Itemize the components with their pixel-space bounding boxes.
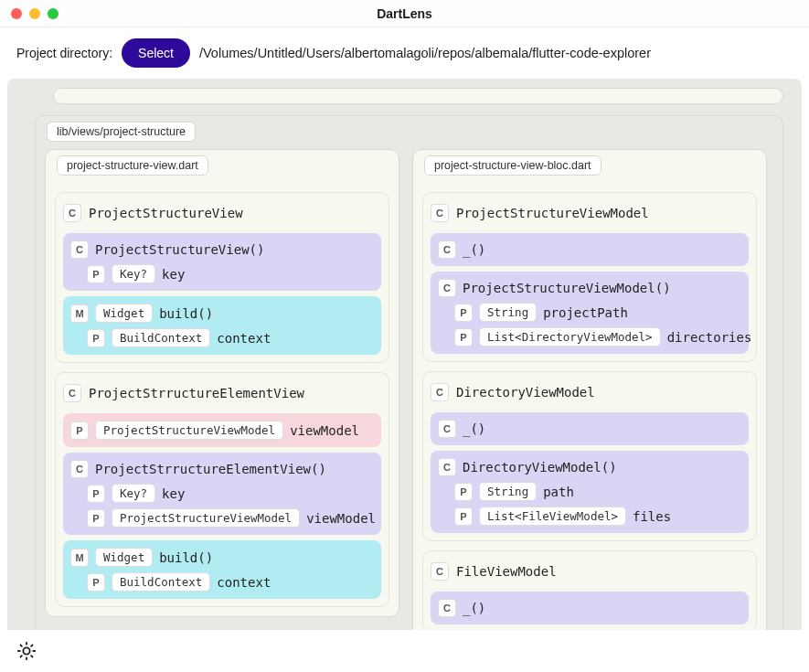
class-badge: C <box>431 204 449 222</box>
param-name: context <box>217 331 271 346</box>
member-signature: build() <box>159 306 213 321</box>
param-badge: P <box>87 485 105 503</box>
class-card[interactable]: CProjectStructureViewModelC_()CProjectSt… <box>422 192 757 362</box>
project-directory-label: Project directory: <box>16 46 112 60</box>
member-header: MWidgetbuild() <box>70 304 374 323</box>
member-header: CProjectStructureViewModel() <box>438 279 741 297</box>
param-badge: P <box>87 329 105 347</box>
param-row: PStringpath <box>438 482 741 501</box>
file-card: project-structure-view-bloc.dartCProject… <box>412 149 767 641</box>
kind-badge: C <box>70 240 89 259</box>
param-row: PList<DirectoryViewModel>directories <box>438 327 741 347</box>
close-window-button[interactable] <box>11 8 22 19</box>
param-row: PStringprojectPath <box>438 303 741 322</box>
param-name: files <box>633 509 671 524</box>
kind-badge: C <box>438 420 456 438</box>
member-signature: ProjectStrructureElementView() <box>95 462 326 476</box>
class-name: ProjectStructureViewModel <box>456 206 649 220</box>
previous-card-edge <box>53 88 783 104</box>
class-header: CDirectoryViewModel <box>431 379 749 407</box>
class-badge: C <box>63 204 81 222</box>
kind-badge: C <box>70 460 89 478</box>
param-type: ProjectStructureViewModel <box>112 508 300 528</box>
class-name: DirectoryViewModel <box>456 385 595 400</box>
kind-badge: M <box>70 304 89 323</box>
member-signature: _() <box>463 242 485 257</box>
member-constructor[interactable]: C_() <box>431 592 749 624</box>
project-path: /Volumes/Untitled/Users/albertomalagoli/… <box>199 46 651 60</box>
param-badge: P <box>87 573 105 592</box>
class-badge: C <box>63 384 81 402</box>
sun-icon <box>16 641 37 661</box>
member-header: C_() <box>438 240 741 259</box>
select-directory-button[interactable]: Select <box>122 38 190 68</box>
class-badge: C <box>431 383 449 401</box>
param-name: path <box>543 485 574 499</box>
return-type: Widget <box>95 548 153 567</box>
param-type: List<FileViewModel> <box>479 507 626 526</box>
param-row: PBuildContextcontext <box>70 328 374 347</box>
minimize-window-button[interactable] <box>29 8 40 19</box>
member-header: CProjectStrructureElementView() <box>70 460 374 478</box>
param-name: viewModel <box>306 511 376 526</box>
member-header: C_() <box>438 420 741 438</box>
param-badge: P <box>87 509 105 528</box>
member-signature: ProjectStructureViewModel() <box>463 281 671 295</box>
class-card[interactable]: CFileViewModelC_() <box>422 550 757 633</box>
member-constructor[interactable]: CProjectStructureViewModel()PStringproje… <box>431 272 749 354</box>
file-name-tab[interactable]: project-structure-view.dart <box>57 155 208 176</box>
member-header: MWidgetbuild() <box>70 548 374 567</box>
member-method[interactable]: MWidgetbuild()PBuildContextcontext <box>63 540 381 599</box>
param-badge: P <box>454 483 473 501</box>
member-constructor[interactable]: C_() <box>431 233 749 266</box>
class-card[interactable]: CProjectStructureViewCProjectStructureVi… <box>55 192 389 363</box>
kind-badge: P <box>70 421 89 440</box>
member-constructor[interactable]: CProjectStructureView()PKey?key <box>63 233 381 291</box>
kind-badge: C <box>438 279 456 297</box>
param-badge: P <box>454 507 473 526</box>
param-type: String <box>479 303 537 322</box>
maximize-window-button[interactable] <box>48 8 59 19</box>
param-name: directories <box>667 330 752 345</box>
class-card[interactable]: CDirectoryViewModelC_()CDirectoryViewMod… <box>422 371 757 541</box>
member-constructor[interactable]: CProjectStrructureElementView()PKey?keyP… <box>63 453 381 535</box>
member-constructor[interactable]: C_() <box>431 412 749 445</box>
member-property[interactable]: PProjectStructureViewModelviewModel <box>63 413 381 447</box>
param-row: PList<FileViewModel>files <box>438 507 741 526</box>
param-type: Key? <box>112 264 155 283</box>
svg-line-7 <box>21 656 22 656</box>
member-signature: _() <box>463 421 485 436</box>
app-title: DartLens <box>377 6 432 21</box>
kind-badge: M <box>70 549 89 567</box>
member-header: PProjectStructureViewModelviewModel <box>70 421 374 440</box>
theme-toggle-button[interactable] <box>15 639 38 663</box>
param-row: PKey?key <box>70 264 374 283</box>
member-method[interactable]: MWidgetbuild()PBuildContextcontext <box>63 296 381 355</box>
header-bar: Project directory: Select /Volumes/Untit… <box>0 27 809 79</box>
param-type: BuildContext <box>112 572 210 592</box>
class-header: CFileViewModel <box>431 559 749 586</box>
param-name: key <box>162 486 185 501</box>
class-name: ProjectStrructureElementView <box>89 386 304 400</box>
member-header: CDirectoryViewModel() <box>438 458 741 476</box>
class-card[interactable]: CProjectStrructureElementViewPProjectStr… <box>55 372 389 607</box>
member-header: CProjectStructureView() <box>70 240 374 259</box>
directory-card: lib/views/project-structure project-stru… <box>35 115 783 641</box>
svg-line-8 <box>31 645 32 646</box>
svg-line-3 <box>21 645 22 646</box>
directory-path-tab[interactable]: lib/views/project-structure <box>47 122 196 142</box>
param-type: Key? <box>112 484 155 503</box>
member-signature: ProjectStructureView() <box>95 242 264 257</box>
window-controls <box>11 8 59 19</box>
kind-badge: C <box>438 458 456 476</box>
param-type: BuildContext <box>112 328 210 347</box>
member-constructor[interactable]: CDirectoryViewModel()PStringpathPList<Fi… <box>431 451 749 533</box>
file-name-tab[interactable]: project-structure-view-bloc.dart <box>424 155 601 176</box>
member-header: C_() <box>438 599 741 617</box>
content-area: lib/views/project-structure project-stru… <box>7 79 802 641</box>
kind-badge: C <box>438 599 456 617</box>
param-badge: P <box>454 328 473 347</box>
svg-point-0 <box>23 647 29 654</box>
class-name: ProjectStructureView <box>89 206 243 220</box>
member-name: viewModel <box>290 423 359 438</box>
